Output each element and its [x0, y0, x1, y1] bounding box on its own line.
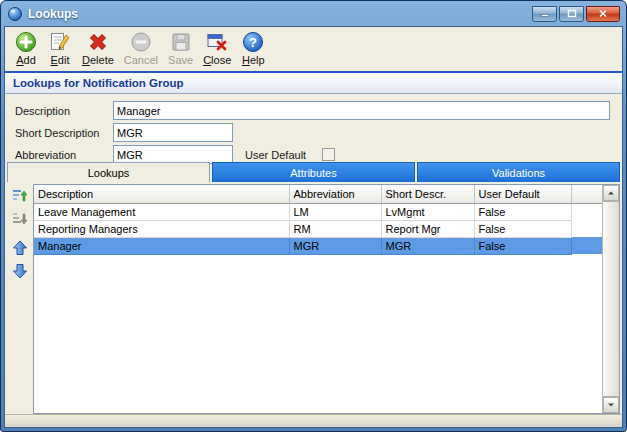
column-header-short-descr[interactable]: Short Descr. [381, 185, 474, 203]
tab-attributes[interactable]: Attributes [212, 162, 415, 182]
move-up-icon [12, 240, 28, 256]
sort-descending-button[interactable] [10, 209, 30, 229]
add-button-label: Add [16, 54, 36, 66]
move-down-icon [12, 263, 28, 279]
maximize-button[interactable] [559, 6, 584, 22]
lookups-grid: Description Abbreviation Short Descr. Us… [33, 184, 620, 414]
scroll-up-icon [607, 189, 615, 197]
save-icon [169, 30, 193, 54]
description-label: Description [15, 105, 113, 117]
close-window-button[interactable]: Close [198, 29, 236, 67]
add-button[interactable]: Add [9, 29, 43, 67]
toolbar: Add Edit [5, 27, 622, 71]
help-button-label: Help [242, 54, 265, 66]
edit-button-label: Edit [51, 54, 70, 66]
column-header-abbreviation[interactable]: Abbreviation [289, 185, 381, 203]
description-input[interactable] [113, 101, 610, 120]
save-button-label: Save [168, 54, 193, 66]
scrollbar-thumb[interactable] [603, 201, 619, 397]
tab-lookups-label: Lookups [88, 167, 130, 179]
cell-user-default: False [474, 203, 571, 220]
cell-abbreviation: MGR [289, 237, 381, 254]
user-default-checkbox[interactable] [322, 148, 335, 161]
svg-text:?: ? [249, 35, 257, 50]
column-header-filler [571, 185, 602, 203]
lookups-window: Lookups [0, 0, 627, 432]
cell-user-default: False [474, 237, 571, 254]
close-button[interactable] [586, 6, 620, 22]
scroll-down-icon [607, 401, 615, 409]
close-window-icon [205, 30, 229, 54]
tab-validations[interactable]: Validations [417, 162, 620, 182]
cell-abbreviation: LM [289, 203, 381, 220]
delete-button[interactable]: Delete [77, 29, 119, 67]
tab-attributes-label: Attributes [290, 167, 336, 179]
move-up-button[interactable] [10, 238, 30, 258]
window-title: Lookups [28, 7, 532, 21]
delete-button-label: Delete [82, 54, 114, 66]
app-icon [7, 6, 23, 22]
short-description-label: Short Description [15, 127, 113, 139]
column-header-description[interactable]: Description [34, 185, 289, 203]
save-button[interactable]: Save [163, 29, 198, 67]
delete-icon [86, 30, 110, 54]
cancel-button-label: Cancel [124, 54, 158, 66]
tab-validations-label: Validations [492, 167, 545, 179]
scroll-up-button[interactable] [603, 185, 619, 201]
table-row[interactable]: Leave Management LM LvMgmt False [34, 203, 602, 220]
grid-header-row: Description Abbreviation Short Descr. Us… [34, 185, 602, 203]
cancel-button[interactable]: Cancel [119, 29, 163, 67]
cell-description: Leave Management [34, 203, 289, 220]
cell-short-descr: Report Mgr [381, 220, 474, 237]
cell-abbreviation: RM [289, 220, 381, 237]
cell-description: Reporting Managers [34, 220, 289, 237]
short-description-input[interactable] [113, 123, 233, 142]
sort-ascending-icon [12, 188, 28, 204]
tab-content-lookups: Description Abbreviation Short Descr. Us… [5, 182, 622, 414]
edit-button[interactable]: Edit [43, 29, 77, 67]
minimize-button[interactable] [532, 6, 557, 22]
table-row[interactable]: Reporting Managers RM Report Mgr False [34, 220, 602, 237]
column-header-user-default[interactable]: User Default [474, 185, 571, 203]
help-icon: ? [241, 30, 265, 54]
sort-ascending-button[interactable] [10, 186, 30, 206]
move-down-button[interactable] [10, 261, 30, 281]
section-header: Lookups for Notification Group [5, 73, 622, 94]
cell-short-descr: MGR [381, 237, 474, 254]
window-controls [532, 6, 620, 22]
status-bar [5, 414, 622, 427]
cell-description: Manager [34, 237, 289, 254]
lookup-form: Description Short Description Abbreviati… [5, 94, 622, 162]
table-row-selected[interactable]: Manager MGR MGR False [34, 237, 602, 254]
cell-short-descr: LvMgmt [381, 203, 474, 220]
cell-user-default: False [474, 220, 571, 237]
scroll-down-button[interactable] [603, 397, 619, 413]
close-window-button-label: Close [203, 54, 231, 66]
tab-bar: Lookups Attributes Validations [5, 162, 622, 182]
user-default-label: User Default [245, 149, 306, 161]
abbreviation-label: Abbreviation [15, 149, 113, 161]
section-header-title: Lookups for Notification Group [13, 77, 184, 89]
help-button[interactable]: ? Help [236, 29, 270, 67]
add-icon [14, 30, 38, 54]
row-tools-strip [7, 184, 33, 414]
vertical-scrollbar[interactable] [602, 185, 619, 413]
tab-lookups[interactable]: Lookups [7, 162, 210, 182]
cancel-icon [129, 30, 153, 54]
grid-table-area: Description Abbreviation Short Descr. Us… [34, 185, 602, 413]
client-area: Add Edit [4, 26, 623, 428]
sort-descending-icon [12, 211, 28, 227]
scrollbar-track[interactable] [603, 201, 619, 397]
edit-icon [48, 30, 72, 54]
title-bar[interactable]: Lookups [4, 1, 623, 26]
